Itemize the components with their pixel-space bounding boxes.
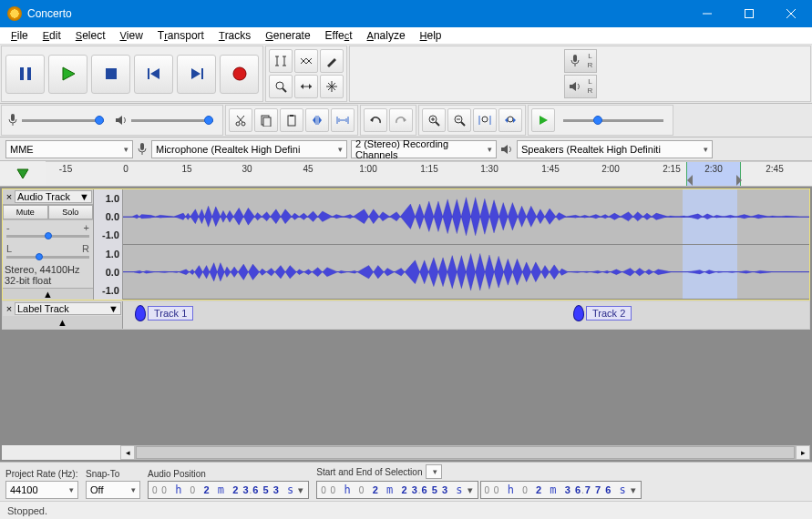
- toolbar-row-2: [0, 104, 812, 137]
- label-marker-1[interactable]: Track 1: [135, 305, 193, 321]
- svg-line-20: [283, 88, 286, 92]
- menu-file[interactable]: File: [4, 28, 36, 43]
- project-rate-combo[interactable]: 44100: [5, 481, 78, 499]
- play-at-speed-button[interactable]: [531, 108, 555, 132]
- edit-toolbar: [225, 105, 358, 136]
- zoom-out-button[interactable]: [447, 108, 471, 132]
- cut-button[interactable]: [229, 108, 252, 132]
- menu-effect[interactable]: Effect: [318, 28, 360, 43]
- playback-meter[interactable]: LR -57-54-51-48-45-42-39-36-33-30-27-24-…: [564, 75, 597, 98]
- menu-transport[interactable]: Transport: [150, 28, 211, 43]
- app-icon: [7, 6, 22, 21]
- svg-rect-40: [288, 116, 295, 126]
- svg-rect-4: [20, 67, 24, 80]
- label-track-menu-button[interactable]: Label Track▼: [15, 302, 121, 315]
- redo-button[interactable]: [389, 108, 413, 132]
- mute-button[interactable]: Mute: [3, 205, 48, 219]
- label-track-close-button[interactable]: ×: [4, 303, 15, 314]
- meters-toolbar: LR -57-54-51-48-45-42-3 Click to Start M…: [349, 46, 811, 102]
- solo-button[interactable]: Solo: [48, 205, 94, 219]
- pan-slider[interactable]: LR: [3, 241, 93, 262]
- svg-marker-23: [309, 84, 312, 89]
- fit-selection-button[interactable]: [473, 108, 497, 132]
- draw-tool[interactable]: [320, 49, 344, 73]
- label-area[interactable]: Track 1 Track 2: [123, 301, 809, 329]
- pin-icon[interactable]: [16, 168, 29, 180]
- svg-marker-10: [191, 68, 200, 79]
- device-toolbar: MME Microphone (Realtek High Defini 2 (S…: [0, 137, 812, 161]
- waveform-channel-right: [123, 245, 809, 300]
- selection-tool[interactable]: [269, 49, 293, 73]
- play-button[interactable]: [48, 55, 87, 94]
- trim-button[interactable]: [305, 108, 329, 132]
- recording-channels-combo[interactable]: 2 (Stereo) Recording Channels: [351, 140, 497, 158]
- status-text: Stopped.: [7, 505, 47, 516]
- svg-rect-8: [148, 68, 149, 79]
- copy-button[interactable]: [254, 108, 278, 132]
- mic-icon: [137, 142, 148, 157]
- playback-volume-slider[interactable]: [111, 108, 221, 132]
- play-at-speed-toolbar: [528, 105, 673, 136]
- recording-device-combo[interactable]: Microphone (Realtek High Defini: [151, 140, 347, 158]
- track-menu-button[interactable]: Audio Track▼: [15, 190, 92, 203]
- menu-edit[interactable]: Edit: [36, 28, 68, 43]
- menu-select[interactable]: Select: [68, 28, 113, 43]
- maximize-button[interactable]: [728, 0, 770, 27]
- skip-end-button[interactable]: [177, 55, 216, 94]
- waveform-display[interactable]: [123, 189, 809, 300]
- recording-meter[interactable]: LR -57-54-51-48-45-42-3 Click to Start M…: [564, 49, 597, 73]
- toolbar-area: LR -57-54-51-48-45-42-3 Click to Start M…: [0, 45, 812, 104]
- recording-volume-slider[interactable]: [4, 108, 111, 132]
- menu-view[interactable]: View: [112, 28, 149, 43]
- undo-button[interactable]: [364, 108, 387, 132]
- close-button[interactable]: [770, 0, 812, 27]
- gain-slider[interactable]: -+: [3, 220, 93, 241]
- skip-start-button[interactable]: [134, 55, 173, 94]
- svg-line-48: [436, 122, 439, 126]
- label-marker-2[interactable]: Track 2: [573, 305, 632, 321]
- track-collapse-button[interactable]: ▲: [3, 288, 93, 300]
- svg-marker-64: [17, 169, 28, 178]
- timeshift-tool[interactable]: [294, 75, 318, 98]
- audio-host-combo[interactable]: MME: [5, 140, 133, 158]
- speaker-icon: [500, 143, 513, 156]
- snap-to-combo[interactable]: Off: [86, 481, 140, 499]
- zoom-in-button[interactable]: [422, 108, 446, 132]
- menu-generate[interactable]: Generate: [258, 28, 317, 43]
- svg-rect-7: [106, 68, 117, 79]
- menu-help[interactable]: Help: [413, 28, 449, 43]
- undo-toolbar: [360, 105, 416, 136]
- envelope-tool[interactable]: [294, 49, 318, 73]
- snap-to-label: Snap-To: [86, 469, 140, 479]
- track-close-button[interactable]: ×: [4, 191, 15, 202]
- fit-project-button[interactable]: [499, 108, 522, 132]
- minimize-button[interactable]: [686, 0, 728, 27]
- scroll-right-button[interactable]: ▸: [796, 445, 810, 460]
- svg-marker-33: [116, 116, 122, 125]
- zoom-tool[interactable]: [269, 75, 293, 98]
- selection-end-display[interactable]: 0 0 h 0 2 m 3 6.7 7 6 s ▾: [480, 481, 642, 499]
- svg-point-12: [233, 67, 246, 80]
- label-track-collapse-button[interactable]: ▲: [3, 316, 122, 329]
- project-rate-label: Project Rate (Hz):: [5, 469, 78, 479]
- menu-tracks[interactable]: Tracks: [211, 28, 258, 43]
- paste-button[interactable]: [280, 108, 303, 132]
- label-pin-icon: [135, 305, 146, 321]
- record-button[interactable]: [220, 55, 259, 94]
- selection-type-combo[interactable]: [426, 464, 442, 479]
- menu-analyze[interactable]: Analyze: [360, 28, 413, 43]
- timeline-ruler[interactable]: -15 0 15 30 45 1:00 1:15 1:30 1:45 2:00 …: [0, 161, 812, 187]
- silence-button[interactable]: [331, 108, 355, 132]
- scroll-left-button[interactable]: ◂: [120, 445, 135, 460]
- svg-marker-30: [570, 82, 576, 91]
- playback-device-combo[interactable]: Speakers (Realtek High Definiti: [517, 140, 713, 158]
- svg-point-19: [276, 82, 283, 89]
- horizontal-scrollbar[interactable]: ◂ ▸: [2, 445, 810, 460]
- audio-position-display[interactable]: 0 0 h 0 2 m 2 3.6 5 3 s ▾: [148, 481, 309, 499]
- selection-start-display[interactable]: 0 0 h 0 2 m 2 3.6 5 3 s ▾: [316, 481, 478, 499]
- multi-tool[interactable]: [320, 75, 344, 98]
- pause-button[interactable]: [5, 55, 45, 94]
- playback-speed-slider[interactable]: [556, 108, 671, 132]
- window-title: Concerto: [27, 7, 686, 20]
- stop-button[interactable]: [91, 55, 130, 94]
